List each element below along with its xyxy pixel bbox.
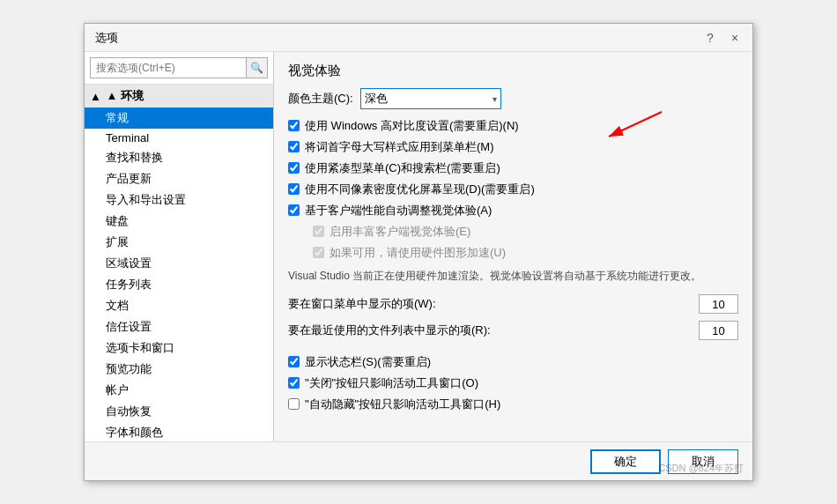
tree-item-字体和颜色[interactable]: 字体和颜色 xyxy=(85,422,273,441)
checkbox-label-cb3: 使用紧凑型菜单(C)和搜索栏(需要重启) xyxy=(305,160,500,176)
checkbox-label-cb2: 将词首字母大写样式应用到菜单栏(M) xyxy=(305,139,494,155)
color-theme-dropdown[interactable]: 深色 ▾ xyxy=(360,88,501,109)
recent-files-input[interactable] xyxy=(699,321,738,340)
checkbox-row-cb3: 使用紧凑型菜单(C)和搜索栏(需要重启) xyxy=(288,160,738,176)
tree-item-区域设置[interactable]: 区域设置 xyxy=(85,253,273,274)
info-text: Visual Studio 当前正在使用硬件加速渲染。视觉体验设置将自动基于系统… xyxy=(288,268,738,284)
recent-files-label: 要在最近使用的文件列表中显示的项(R): xyxy=(288,322,692,338)
cancel-button[interactable]: 取消 xyxy=(668,449,738,474)
environment-section[interactable]: ▲ ▲ 环境 xyxy=(85,85,273,107)
title-bar: 选项 ? × xyxy=(85,24,752,52)
search-icon[interactable]: 🔍 xyxy=(247,57,268,78)
options-dialog: 选项 ? × 🔍 ▲ ▲ 环境 常规Terminal查找和替换产品更新导入和导出… xyxy=(84,23,753,481)
close-button[interactable]: × xyxy=(724,27,745,48)
tree-item-键盘[interactable]: 键盘 xyxy=(85,211,273,232)
right-panel: 视觉体验 颜色主题(C): 深色 ▾ 使用 Windows 高对比度设置(需要重… xyxy=(274,52,752,441)
bottom-checkbox-row-bcb2: "关闭"按钮只影响活动工具窗口(O) xyxy=(288,375,738,391)
tree-item-信任设置[interactable]: 信任设置 xyxy=(85,316,273,337)
help-button[interactable]: ? xyxy=(700,27,721,48)
tree-item-选项卡和窗口[interactable]: 选项卡和窗口 xyxy=(85,337,273,359)
title-bar-buttons: ? × xyxy=(700,27,745,48)
bottom-checkbox-row-bcb1: 显示状态栏(S)(需要重启) xyxy=(288,354,738,370)
checkbox-label-cb5: 基于客户端性能自动调整视觉体验(A) xyxy=(305,203,492,219)
checkbox-cb5[interactable] xyxy=(288,204,300,216)
color-theme-row: 颜色主题(C): 深色 ▾ xyxy=(288,88,738,109)
window-menu-input[interactable] xyxy=(699,294,738,314)
bottom-checkbox-row-bcb3: "自动隐藏"按钮只影响活动工具窗口(H) xyxy=(288,397,738,412)
bottom-checkboxes-container: 显示状态栏(S)(需要重启)"关闭"按钮只影响活动工具窗口(O)"自动隐藏"按钮… xyxy=(288,354,738,412)
checkbox-cb4[interactable] xyxy=(288,183,300,195)
dialog-body: 🔍 ▲ ▲ 环境 常规Terminal查找和替换产品更新导入和导出设置键盘扩展区… xyxy=(85,52,752,441)
recent-files-row: 要在最近使用的文件列表中显示的项(R): xyxy=(288,321,738,340)
dialog-footer: 确定 取消 xyxy=(85,441,752,480)
checkbox-row-cb1: 使用 Windows 高对比度设置(需要重启)(N) xyxy=(288,118,738,134)
tree-item-常规[interactable]: 常规 xyxy=(85,107,273,129)
color-theme-value: 深色 xyxy=(365,91,493,107)
section-title: 视觉体验 xyxy=(288,63,738,79)
checkbox-row-cb2: 将词首字母大写样式应用到菜单栏(M) xyxy=(288,139,738,155)
checkbox-label-cb1: 使用 Windows 高对比度设置(需要重启)(N) xyxy=(305,118,519,134)
ok-button[interactable]: 确定 xyxy=(590,449,661,474)
checkbox-cb1[interactable] xyxy=(288,120,300,131)
tree-item-任务列表[interactable]: 任务列表 xyxy=(85,274,273,295)
bottom-checkbox-label-bcb2: "关闭"按钮只影响活动工具窗口(O) xyxy=(305,375,478,391)
checkbox-cb6 xyxy=(313,226,324,237)
window-menu-row: 要在窗口菜单中显示的项(W): xyxy=(288,294,738,314)
bottom-checkbox-bcb2[interactable] xyxy=(288,377,300,389)
bottom-checkbox-label-bcb1: 显示状态栏(S)(需要重启) xyxy=(305,354,431,370)
tree-item-导入和导出设置[interactable]: 导入和导出设置 xyxy=(85,189,273,211)
color-theme-label: 颜色主题(C): xyxy=(288,91,353,107)
tree-item-文档[interactable]: 文档 xyxy=(85,295,273,316)
dialog-title: 选项 xyxy=(95,30,118,46)
bottom-checkbox-bcb1[interactable] xyxy=(288,356,300,367)
checkbox-row-cb6: 启用丰富客户端视觉体验(E) xyxy=(288,224,738,240)
tree-item-自动恢复[interactable]: 自动恢复 xyxy=(85,401,273,422)
tree-item-扩展[interactable]: 扩展 xyxy=(85,232,273,253)
left-panel: 🔍 ▲ ▲ 环境 常规Terminal查找和替换产品更新导入和导出设置键盘扩展区… xyxy=(85,52,274,441)
checkboxes-container: 使用 Windows 高对比度设置(需要重启)(N)将词首字母大写样式应用到菜单… xyxy=(288,118,738,261)
checkbox-cb7 xyxy=(313,247,324,258)
search-input[interactable] xyxy=(90,57,247,78)
tree-items: 常规Terminal查找和替换产品更新导入和导出设置键盘扩展区域设置任务列表文档… xyxy=(85,107,273,441)
checkbox-label-cb7: 如果可用，请使用硬件图形加速(U) xyxy=(330,245,506,261)
checkbox-row-cb7: 如果可用，请使用硬件图形加速(U) xyxy=(288,245,738,261)
tree-item-Terminal[interactable]: Terminal xyxy=(85,129,273,147)
tree-item-预览功能[interactable]: 预览功能 xyxy=(85,359,273,380)
tree-item-查找和替换[interactable]: 查找和替换 xyxy=(85,147,273,168)
environment-arrow: ▲ xyxy=(90,90,101,103)
checkbox-row-cb5: 基于客户端性能自动调整视觉体验(A) xyxy=(288,203,738,219)
bottom-checkbox-bcb3[interactable] xyxy=(288,398,300,410)
checkbox-row-cb4: 使用不同像素密度优化屏幕呈现(D)(需要重启) xyxy=(288,182,738,197)
checkbox-label-cb6: 启用丰富客户端视觉体验(E) xyxy=(330,224,470,240)
checkbox-cb3[interactable] xyxy=(288,162,300,174)
tree-item-产品更新[interactable]: 产品更新 xyxy=(85,168,273,189)
bottom-checkbox-label-bcb3: "自动隐藏"按钮只影响活动工具窗口(H) xyxy=(305,397,500,412)
checkbox-label-cb4: 使用不同像素密度优化屏幕呈现(D)(需要重启) xyxy=(305,182,535,197)
tree-area: ▲ ▲ 环境 常规Terminal查找和替换产品更新导入和导出设置键盘扩展区域设… xyxy=(85,85,273,441)
search-box: 🔍 xyxy=(85,52,273,85)
dropdown-arrow-icon: ▾ xyxy=(493,94,497,104)
window-menu-label: 要在窗口菜单中显示的项(W): xyxy=(288,296,692,312)
tree-item-帐户[interactable]: 帐户 xyxy=(85,380,273,401)
checkbox-cb2[interactable] xyxy=(288,141,300,152)
